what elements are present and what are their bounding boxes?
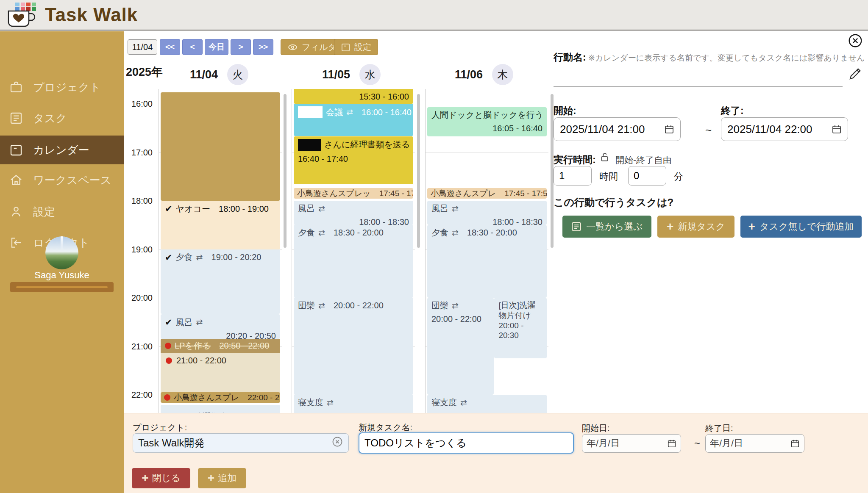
filter-button-label: フィルタ — [302, 42, 337, 53]
day-column-3[interactable]: 人間ドックと脳ドックを行う16:05 - 16:40小鳥遊さんスプレ17:45 … — [425, 89, 548, 413]
edit-pencil-icon[interactable] — [849, 67, 862, 80]
plus-icon: + — [208, 472, 214, 484]
calendar-event[interactable]: LPを作る20:50 - 22:0021:00 - 22:00 — [161, 339, 280, 395]
clear-project-icon[interactable] — [331, 436, 343, 450]
choose-from-list-button[interactable]: 一覧から選ぶ — [562, 216, 651, 238]
check-icon: ✔ — [165, 203, 172, 214]
user-icon — [9, 205, 23, 219]
event-time: 15:30 - 16:00 — [359, 91, 409, 102]
minutes-input[interactable] — [628, 166, 666, 186]
unlock-icon[interactable] — [599, 152, 610, 163]
scrollbar-thumb[interactable] — [551, 94, 554, 248]
time-label: 16:00 — [125, 99, 153, 109]
choose-button-label: 一覧から選ぶ — [586, 220, 643, 233]
calendar-event[interactable] — [161, 92, 280, 201]
hour-gridline — [426, 152, 548, 153]
add-task-button[interactable]: + 追加 — [198, 468, 246, 488]
calendar-settings-button[interactable]: 設定 — [334, 39, 378, 55]
calendar-event[interactable]: 人間ドックと脳ドックを行う16:05 - 16:40 — [427, 107, 547, 136]
sidebar-item-projects[interactable]: プロジェクト — [0, 74, 124, 101]
action-name-input[interactable] — [554, 86, 843, 87]
repeat-icon: ⇄ — [452, 204, 459, 214]
calendar-event[interactable]: 15:30 - 16:00 — [294, 89, 413, 104]
calendar-event[interactable]: 夕食⇄18:30 - 20:00 — [427, 225, 547, 298]
sidebar-item-workspace[interactable]: ワークスペース — [0, 166, 124, 194]
sidebar-item-settings[interactable]: 設定 — [0, 198, 124, 225]
end-date-label: 終了日: — [705, 423, 733, 434]
user-name: Saga Yusuke — [0, 270, 124, 281]
calendar-event[interactable]: [日次]洗濯物片付け20:00 - 20:30 — [494, 298, 547, 358]
nav-today-button[interactable]: 今日 — [205, 39, 228, 55]
toolbar-date-box[interactable]: 11/04 — [128, 39, 157, 55]
calendar-event[interactable]: 会議⇄16:00 - 16:40 — [294, 104, 413, 136]
end-date-placeholder: 年/月/日 — [710, 437, 743, 450]
avatar[interactable] — [45, 236, 78, 269]
nav-prev-button[interactable]: < — [182, 39, 203, 55]
sidebar-item-tasks[interactable]: タスク — [0, 105, 124, 132]
event-time: 18:00 - 18:30 — [431, 217, 542, 225]
event-time: 16:00 - 16:40 — [362, 107, 412, 118]
task-name-input[interactable] — [359, 432, 574, 454]
start-datetime-input[interactable]: 2025/11/04 21:00 — [554, 117, 681, 141]
calendar-event[interactable]: さんに経理書類を送る16:40 - 17:40 — [294, 136, 413, 184]
status-dot — [165, 343, 171, 349]
nav-fast-next-button[interactable]: >> — [253, 39, 273, 55]
weekday-badge: 火 — [227, 64, 248, 85]
calendar-event[interactable]: 夕食⇄18:30 - 20:00 — [294, 225, 413, 298]
nav-next-button[interactable]: > — [231, 39, 251, 55]
scrollbar-thumb[interactable] — [417, 94, 420, 248]
end-date-input[interactable]: 年/月/日 — [705, 434, 804, 453]
hours-input[interactable] — [554, 166, 592, 186]
close-panel-button[interactable] — [848, 33, 863, 48]
calendar-event[interactable]: 団欒⇄20:00 - 22:00 — [294, 298, 413, 395]
day-header-2: 11/05水 — [322, 64, 381, 86]
close-form-button[interactable]: + 閉じる — [132, 468, 190, 488]
project-input[interactable]: Task Walk開発 — [133, 433, 349, 453]
sidebar-item-calendar[interactable]: カレンダー — [0, 136, 124, 164]
scrollbar-thumb[interactable] — [284, 94, 287, 248]
calendar-icon — [341, 42, 351, 52]
repeat-icon: ⇄ — [452, 228, 459, 238]
calendar-event[interactable]: 寝支度⇄22:00 - 22:30 — [294, 395, 413, 413]
end-datetime-input[interactable]: 2025/11/04 22:00 — [721, 117, 848, 141]
calendar-picker-icon — [790, 439, 800, 448]
list-icon — [571, 221, 582, 232]
calendar-event[interactable]: 小鳥遊さんスプレ17:45 - 17:55 — [427, 188, 547, 199]
briefcase-icon — [9, 80, 23, 94]
repeat-icon: ⇄ — [318, 301, 325, 311]
add-action-without-task-button[interactable]: + タスク無しで行動追加 — [740, 216, 862, 238]
sidebar-item-label: カレンダー — [33, 143, 89, 158]
redaction-box — [298, 106, 323, 118]
start-date-input[interactable]: 年/月/日 — [582, 434, 681, 453]
user-progress-line — [16, 286, 108, 288]
calendar-event[interactable]: [日次]洗濯物片付け — [161, 405, 280, 413]
task-list-icon — [9, 111, 23, 125]
day-column-1[interactable]: ✔ヤオコー18:00 - 19:00✔夕食⇄19:00 - 20:20✔風呂⇄2… — [159, 89, 282, 413]
calendar-event[interactable]: ✔ヤオコー18:00 - 19:00 — [161, 201, 280, 249]
calendar-event[interactable]: 小鳥遊さんスプレ22:00 - 22:10 — [161, 392, 280, 403]
calendar-event[interactable]: ✔風呂⇄20:20 - 20:50 — [161, 314, 280, 339]
calendar-event[interactable]: ✔夕食⇄19:00 - 20:20 — [161, 249, 280, 314]
repeat-icon: ⇄ — [327, 398, 334, 408]
nav-fast-prev-button[interactable]: << — [160, 39, 180, 55]
settings-button-label: 設定 — [354, 42, 371, 53]
event-title: LPを作る — [175, 341, 211, 351]
calendar-event[interactable]: 小鳥遊さんスプレッ17:45 - 17:55 — [294, 188, 413, 199]
calendar-event[interactable]: 風呂⇄18:00 - 18:30 — [294, 201, 413, 225]
check-icon: ✔ — [165, 317, 172, 328]
calendar-picker-icon — [667, 439, 676, 448]
new-task-button[interactable]: + 新規タスク — [657, 216, 734, 238]
event-time: 19:00 - 20:20 — [211, 252, 262, 263]
calendar-picker-icon — [664, 124, 674, 134]
repeat-icon: ⇄ — [452, 301, 459, 311]
action-name-header: 行動名: ※カレンダーに表示する名前です。変更してもタスク名には影響ありません — [554, 51, 863, 64]
event-title: 夕食 — [431, 227, 448, 238]
check-icon: ✔ — [165, 252, 172, 263]
status-dot — [164, 394, 170, 401]
home-icon — [9, 173, 23, 187]
calendar-event[interactable]: 風呂⇄18:00 - 18:30 — [427, 201, 547, 225]
calendar-event[interactable]: 団欒⇄20:00 - 22:00 — [427, 298, 494, 395]
day-column-2[interactable]: 15:30 - 16:00会議⇄16:00 - 16:40さんに経理書類を送る1… — [292, 89, 415, 413]
sidebar-item-label: 設定 — [33, 205, 55, 219]
calendar-event[interactable]: 寝支度⇄22:00 - 22:30 — [427, 395, 547, 413]
